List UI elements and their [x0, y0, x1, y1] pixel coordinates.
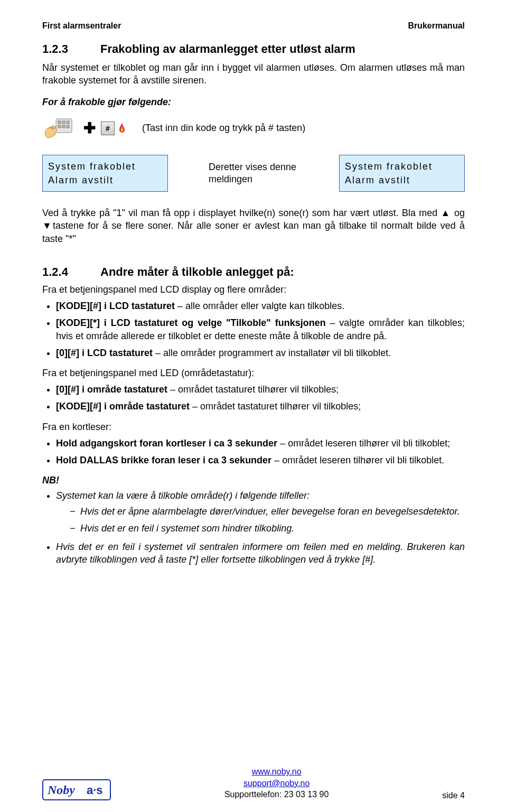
- section-1-2-3-after: Ved å trykke på "1" vil man få opp i dis…: [42, 207, 465, 245]
- page: First alarmsentraler Brukermanual 1.2.3 …: [0, 0, 507, 812]
- sub1: Fra et betjeningspanel med LCD display o…: [42, 284, 465, 295]
- svg-rect-2: [62, 121, 65, 124]
- header-right: Brukermanual: [408, 21, 465, 31]
- display-row: System frakoblet Alarm avstilt Deretter …: [42, 155, 465, 192]
- lcd2-line2: Alarm avstilt: [345, 173, 459, 187]
- header-left: First alarmsentraler: [42, 21, 121, 31]
- nb-label: NB!: [42, 475, 465, 486]
- list-item: Hold DALLAS brikke foran leser i ca 3 se…: [56, 454, 465, 466]
- bullets-3: Hold adgangskort foran kortleser i ca 3 …: [42, 437, 465, 467]
- section-1-2-3-intro: Når systemet er tilkoblet og man går inn…: [42, 61, 465, 87]
- instruction-row: ✚ # (Tast inn din kode og trykk på # tas…: [42, 117, 465, 140]
- section-1-2-4-heading: 1.2.4 Andre måter å tilkoble anlegget på…: [42, 265, 465, 279]
- list-item: Systemet kan la være å tilkoble område(r…: [56, 489, 465, 535]
- footer-email[interactable]: support@noby.no: [243, 779, 309, 788]
- bullets-2: [0][#] i område tastaturet – området tas…: [42, 383, 465, 413]
- lcd1-line1: System frakoblet: [48, 160, 162, 173]
- section-title: Frakobling av alarmanlegget etter utløst…: [100, 42, 355, 56]
- svg-rect-5: [62, 125, 65, 128]
- list-item-rest: – området leseren tilhører vil bli tilko…: [277, 438, 450, 449]
- sub3: Fra en kortleser:: [42, 422, 465, 433]
- sub2: Fra et betjeningspanel med LED (områdeta…: [42, 368, 465, 379]
- list-item-rest: – området tastaturet tilhører vil tilkob…: [167, 384, 339, 395]
- list-item: Hold adgangskort foran kortleser i ca 3 …: [56, 437, 465, 450]
- plus-icon: ✚: [83, 119, 96, 137]
- svg-rect-3: [67, 121, 69, 124]
- lcd2-line1: System frakoblet: [345, 160, 459, 173]
- lcd1-line2: Alarm avstilt: [48, 173, 162, 187]
- dash-list: Hvis det er åpne alarmbelagte dører/vind…: [56, 505, 465, 535]
- hand-keypad-icon: [42, 117, 74, 140]
- list-item-rest: – alle områder programmert av installatø…: [153, 348, 391, 358]
- section-number: 1.2.3: [42, 42, 100, 56]
- list-item: [KODE][*] i LCD tastaturet og velge "Til…: [56, 316, 465, 342]
- list-item-lead: Systemet kan la være å tilkoble område(r…: [56, 490, 309, 501]
- footer-url[interactable]: www.noby.no: [252, 767, 302, 776]
- lcd-display-2: System frakoblet Alarm avstilt: [339, 155, 465, 192]
- dash-item: Hvis det er en feil i systemet som hindr…: [70, 521, 465, 535]
- hash-key-icon: #: [101, 122, 115, 135]
- list-item-bold: [KODE][#] i LCD tastaturet: [56, 301, 175, 311]
- list-item-bold: [0][#] i område tastaturet: [56, 384, 167, 395]
- list-item-rest: – området leseren tilhører vil bli tilko…: [271, 455, 444, 465]
- svg-rect-6: [67, 125, 69, 128]
- svg-text:a·s: a·s: [87, 783, 103, 797]
- nb-bullets: Systemet kan la være å tilkoble område(r…: [42, 489, 465, 566]
- svg-text:Noby: Noby: [47, 783, 75, 797]
- footer-phone: Supporttelefon: 23 03 13 90: [224, 789, 329, 800]
- bullets-1: [KODE][#] i LCD tastaturet – alle område…: [42, 300, 465, 359]
- frakoble-lead: For å frakoble gjør følgende:: [42, 96, 465, 108]
- svg-rect-4: [58, 125, 61, 128]
- instruction-text: (Tast inn din kode og trykk på # tasten): [142, 123, 305, 134]
- list-item: [0][#] i LCD tastaturet – alle områder p…: [56, 347, 465, 359]
- list-item-lead: Hvis det er en feil i systemet vil sentr…: [56, 542, 465, 565]
- footer-center: www.noby.no support@noby.no Supporttelef…: [224, 766, 329, 800]
- noby-logo: Noby a·s: [42, 779, 111, 800]
- list-item: [KODE][#] i område tastaturet – området …: [56, 400, 465, 413]
- list-item-bold: [0][#] i LCD tastaturet: [56, 348, 153, 358]
- list-item: [0][#] i område tastaturet – området tas…: [56, 383, 465, 396]
- list-item-bold: [KODE][*] i LCD tastaturet og velge "Til…: [56, 318, 326, 328]
- section-number: 1.2.4: [42, 265, 100, 279]
- list-item-rest: – området tastaturet tilhører vil tilkob…: [190, 401, 361, 412]
- section-title: Andre måter å tilkoble anlegget på:: [100, 265, 294, 279]
- lcd-display-1: System frakoblet Alarm avstilt: [42, 155, 168, 192]
- section-1-2-3-heading: 1.2.3 Frakobling av alarmanlegget etter …: [42, 42, 465, 56]
- page-number: side 4: [442, 791, 465, 800]
- list-item-bold: Hold DALLAS brikke foran leser i ca 3 se…: [56, 455, 271, 465]
- flame-icon: [117, 122, 127, 135]
- list-item-rest: – alle områder eller valgte kan tilkoble…: [175, 301, 344, 311]
- svg-rect-1: [58, 121, 61, 124]
- dash-item: Hvis det er åpne alarmbelagte dører/vind…: [70, 505, 465, 518]
- page-header: First alarmsentraler Brukermanual: [42, 21, 465, 31]
- list-item: [KODE][#] i LCD tastaturet – alle område…: [56, 300, 465, 312]
- page-footer: Noby a·s www.noby.no support@noby.no Sup…: [42, 766, 465, 800]
- mid-text: Deretter vises denne meldingen: [203, 161, 304, 186]
- list-item-bold: [KODE][#] i område tastaturet: [56, 401, 190, 412]
- list-item: Hvis det er en feil i systemet vil sentr…: [56, 540, 465, 566]
- list-item-bold: Hold adgangskort foran kortleser i ca 3 …: [56, 438, 277, 449]
